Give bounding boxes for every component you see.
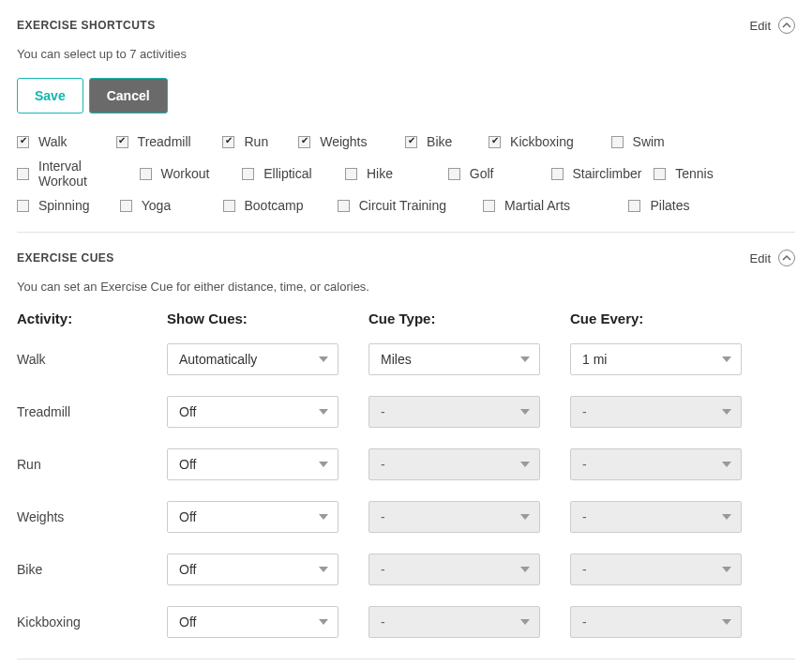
checkbox-label: Kickboxing: [510, 134, 574, 149]
checkbox-icon: [120, 200, 132, 212]
shortcut-checkbox-workout[interactable]: Workout: [140, 159, 237, 189]
chevron-down-icon: [520, 567, 530, 572]
edit-label: Edit: [750, 251, 771, 265]
cues-edit-toggle[interactable]: Edit: [750, 250, 795, 266]
shortcut-checkbox-hike[interactable]: Hike: [345, 159, 443, 189]
cue-every-select: -: [570, 553, 742, 585]
cues-column-headers: Activity: Show Cues: Cue Type: Cue Every…: [17, 311, 795, 326]
cue-every-select: -: [570, 501, 742, 533]
checkbox-icon: [222, 136, 234, 148]
checkbox-label: Golf: [470, 166, 494, 181]
select-value: -: [582, 562, 587, 577]
shortcut-checkbox-bootcamp[interactable]: Bootcamp: [223, 198, 332, 213]
chevron-down-icon: [319, 462, 328, 467]
show-cues-select[interactable]: Off: [167, 553, 338, 585]
checkbox-label: Martial Arts: [504, 198, 570, 213]
cue-row: BikeOff--: [17, 553, 795, 585]
show-cues-select[interactable]: Off: [167, 396, 338, 428]
show-cues-select[interactable]: Off: [167, 448, 338, 480]
edit-label: Edit: [750, 19, 771, 33]
checkbox-icon: [345, 168, 357, 180]
cue-activity-label: Bike: [17, 562, 167, 577]
checkbox-icon: [551, 168, 564, 180]
chevron-up-icon: [778, 250, 795, 266]
divider: [17, 659, 795, 659]
chevron-down-icon: [520, 462, 530, 467]
cue-type-select: -: [368, 448, 540, 480]
select-value: 1 mi: [582, 352, 607, 367]
shortcut-checkbox-elliptical[interactable]: Elliptical: [242, 159, 339, 189]
shortcut-checkbox-circuit-training[interactable]: Circuit Training: [338, 198, 477, 213]
select-value: -: [381, 509, 385, 524]
cue-row: WalkAutomaticallyMiles1 mi: [17, 343, 795, 375]
select-value: -: [381, 562, 385, 577]
shortcut-checkbox-golf[interactable]: Golf: [448, 159, 546, 189]
shortcut-checkbox-tennis[interactable]: Tennis: [654, 159, 751, 189]
show-cues-select[interactable]: Automatically: [167, 343, 338, 375]
checkbox-icon: [405, 136, 417, 148]
select-value: -: [582, 457, 587, 472]
header-activity: Activity:: [17, 311, 167, 326]
shortcut-checkbox-kickboxing[interactable]: Kickboxing: [489, 134, 606, 149]
header-show-cues: Show Cues:: [167, 311, 368, 326]
shortcut-checkbox-run[interactable]: Run: [222, 134, 293, 149]
cues-subtext: You can set an Exercise Cue for either d…: [17, 280, 795, 294]
cue-type-select: -: [368, 396, 540, 428]
checkbox-label: Spinning: [38, 198, 90, 213]
checkbox-label: Elliptical: [263, 166, 311, 181]
shortcuts-edit-toggle[interactable]: Edit: [750, 17, 795, 34]
checkbox-label: Circuit Training: [359, 198, 446, 213]
shortcuts-checkbox-grid: WalkTreadmillRunWeightsBikeKickboxingSwi…: [17, 134, 795, 213]
checkbox-icon: [489, 136, 501, 148]
chevron-down-icon: [319, 356, 328, 362]
cue-activity-label: Kickboxing: [17, 614, 167, 629]
shortcut-checkbox-pilates[interactable]: Pilates: [628, 198, 737, 213]
chevron-down-icon: [722, 567, 731, 572]
checkbox-label: Treadmill: [138, 134, 191, 149]
shortcut-checkbox-treadmill[interactable]: Treadmill: [116, 134, 218, 149]
cue-every-select[interactable]: 1 mi: [570, 343, 742, 375]
checkbox-icon: [654, 168, 666, 180]
chevron-down-icon: [722, 462, 731, 467]
select-value: -: [582, 509, 587, 524]
save-button[interactable]: Save: [17, 78, 83, 114]
cue-type-select: -: [368, 606, 540, 638]
checkbox-icon: [483, 200, 495, 212]
checkbox-icon: [140, 168, 152, 180]
shortcut-checkbox-swim[interactable]: Swim: [611, 134, 697, 149]
header-cue-every: Cue Every:: [570, 311, 772, 326]
cues-table-body: WalkAutomaticallyMiles1 miTreadmillOff--…: [17, 343, 795, 638]
shortcut-checkbox-weights[interactable]: Weights: [298, 134, 399, 149]
shortcut-checkbox-martial-arts[interactable]: Martial Arts: [483, 198, 623, 213]
checkbox-icon: [116, 136, 128, 148]
select-value: Off: [179, 562, 196, 577]
chevron-down-icon: [520, 514, 530, 520]
cue-type-select: -: [368, 553, 540, 585]
shortcut-checkbox-bike[interactable]: Bike: [405, 134, 483, 149]
select-value: -: [582, 614, 587, 629]
divider: [17, 232, 795, 233]
shortcut-checkbox-walk[interactable]: Walk: [17, 134, 111, 149]
cue-row: TreadmillOff--: [17, 396, 795, 428]
chevron-down-icon: [319, 514, 328, 520]
checkbox-label: Bootcamp: [245, 198, 304, 213]
cue-type-select[interactable]: Miles: [368, 343, 540, 375]
chevron-down-icon: [319, 619, 328, 625]
select-value: Off: [179, 457, 196, 472]
shortcut-checkbox-interval-workout[interactable]: Interval Workout: [17, 159, 134, 189]
select-value: Off: [179, 404, 196, 419]
chevron-down-icon: [722, 514, 731, 520]
show-cues-select[interactable]: Off: [167, 606, 338, 638]
cancel-button[interactable]: Cancel: [89, 78, 168, 114]
shortcut-checkbox-spinning[interactable]: Spinning: [17, 198, 114, 213]
cue-activity-label: Treadmill: [17, 404, 167, 419]
shortcut-checkbox-yoga[interactable]: Yoga: [120, 198, 218, 213]
checkbox-icon: [17, 200, 29, 212]
select-value: -: [381, 404, 385, 419]
cue-every-select: -: [570, 396, 742, 428]
show-cues-select[interactable]: Off: [167, 501, 338, 533]
shortcut-checkbox-stairclimber[interactable]: Stairclimber: [551, 159, 649, 189]
chevron-down-icon: [520, 619, 530, 625]
cues-title: EXERCISE CUES: [17, 251, 114, 265]
checkbox-label: Swim: [633, 134, 665, 149]
